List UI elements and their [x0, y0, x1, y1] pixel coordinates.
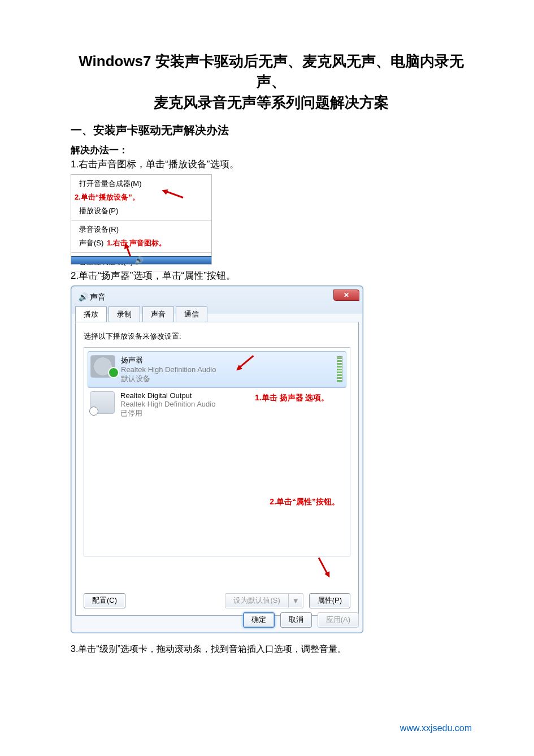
menu-item-playback-devices[interactable]: 播放设备(P) [71, 204, 211, 218]
device-text: 扬声器 Realtek High Definition Audio 默认设备 [121, 355, 216, 384]
sound-dialog-window: 🔊 声音 ✕ 播放 录制 声音 通信 选择以下播放设备来修改设置: 扬声器 [71, 286, 363, 633]
titlebar[interactable]: 🔊 声音 ✕ [75, 290, 359, 305]
tab-playback[interactable]: 播放 [75, 306, 107, 322]
title-line-2: 麦克风录音无声等系列问题解决方案 [154, 94, 389, 111]
tab-strip: 播放 录制 声音 通信 [75, 306, 359, 322]
apply-button[interactable]: 应用(A) [318, 612, 359, 628]
window-speaker-icon: 🔊 [79, 292, 88, 301]
annotation-rightclick-icon: 1.右击 声音图标。 [107, 239, 166, 247]
menu-item-recording-devices[interactable]: 录音设备(R) [71, 223, 211, 236]
properties-button[interactable]: 属性(P) [309, 593, 350, 608]
device-status: 默认设备 [121, 374, 216, 384]
window-title: 声音 [90, 292, 106, 303]
tab-sounds[interactable]: 声音 [142, 306, 174, 322]
menu-item-sounds[interactable]: 声音(S) 1.右击 声音图标。 [71, 236, 211, 250]
dialog-button-row: 确定 取消 应用(A) [75, 612, 359, 628]
volume-tray-icon[interactable]: 🔊 [134, 256, 144, 264]
device-desc: Realtek High Definition Audio [120, 400, 215, 408]
playback-device-list: 扬声器 Realtek High Definition Audio 默认设备 R… [84, 347, 350, 556]
annotation-click-playback: 2.单击“播放设备”。 [71, 191, 211, 204]
panel-button-row: 配置(C) 设为默认值(S) ▼ 属性(P) [84, 593, 350, 608]
screenshot-context-menu: 打开音量合成器(M) 2.单击“播放设备”。 播放设备(P) 录音设备(R) 声… [71, 174, 212, 265]
annotation-click-properties: 2.单击“属性”按钮。 [270, 497, 340, 507]
set-default-dropdown[interactable]: ▼ [289, 593, 303, 608]
device-text: Realtek Digital Output Realtek High Defi… [120, 391, 215, 418]
ok-button[interactable]: 确定 [243, 612, 275, 628]
device-level-meter [337, 356, 342, 382]
tab-communications[interactable]: 通信 [176, 306, 207, 322]
title-line-1: Windows7 安装声卡驱动后无声、麦克风无声、电脑内录无声、 [79, 53, 464, 90]
menu-group-1: 打开音量合成器(M) 2.单击“播放设备”。 播放设备(P) [71, 175, 211, 221]
menu-group-2: 录音设备(R) 声音(S) 1.右击 声音图标。 [71, 221, 211, 253]
method-1-label: 解决办法一： [71, 144, 472, 157]
device-status: 已停用 [120, 408, 215, 418]
device-name: 扬声器 [121, 355, 216, 365]
menu-item-open-mixer[interactable]: 打开音量合成器(M) [71, 177, 211, 191]
tab-recording[interactable]: 录制 [108, 306, 140, 322]
device-name: Realtek Digital Output [120, 391, 215, 400]
configure-button[interactable]: 配置(C) [84, 593, 125, 608]
set-default-split-button[interactable]: 设为默认值(S) ▼ [225, 593, 303, 608]
document-page: Windows7 安装声卡驱动后无声、麦克风无声、电脑内录无声、 麦克风录音无声… [0, 0, 534, 756]
footer-source-link[interactable]: www.xxjsedu.com [400, 723, 472, 733]
document-title: Windows7 安装声卡驱动后无声、麦克风无声、电脑内录无声、 麦克风录音无声… [71, 51, 472, 113]
screenshot-sound-dialog: 🔊 声音 ✕ 播放 录制 声音 通信 选择以下播放设备来修改设置: 扬声器 [71, 286, 370, 633]
device-desc: Realtek High Definition Audio [121, 365, 216, 374]
annotation-click-speaker: 1.单击 扬声器 选项。 [255, 393, 329, 403]
close-button[interactable]: ✕ [333, 290, 359, 301]
annotation-arrow-icon [324, 571, 332, 579]
speaker-device-icon [90, 355, 115, 378]
set-default-button[interactable]: 设为默认值(S) [225, 593, 288, 608]
tab-panel-playback: 选择以下播放设备来修改设置: 扬声器 Realtek High Definiti… [75, 322, 359, 616]
panel-caption: 选择以下播放设备来修改设置: [84, 331, 350, 342]
step-3-text: 3.单击“级别”选项卡，拖动滚动条，找到音箱插入口选项，调整音量。 [71, 643, 472, 655]
section-1-heading: 一、安装声卡驱动无声解决办法 [71, 123, 472, 138]
cancel-button[interactable]: 取消 [280, 612, 312, 628]
step-1-text: 1.右击声音图标，单击“播放设备”选项。 [71, 158, 472, 171]
digital-output-device-icon [90, 391, 115, 414]
device-item-speakers[interactable]: 扬声器 Realtek High Definition Audio 默认设备 [88, 351, 346, 388]
menu-item-sounds-label: 声音(S) [79, 239, 103, 247]
